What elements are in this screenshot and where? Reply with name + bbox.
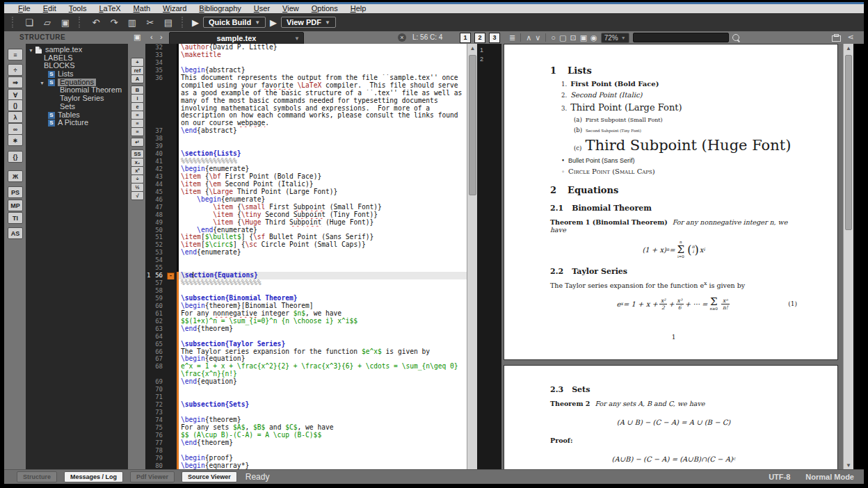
- editor-line-wrap[interactable]: many of the most basic commands needed f…: [145, 97, 467, 105]
- toggle-messages-log[interactable]: Messages / Log: [64, 471, 123, 482]
- editor-line-67[interactable]: 67\begin{equation}: [145, 355, 467, 363]
- view-pdf-button[interactable]: View PDF ▼: [281, 17, 336, 28]
- menu-math[interactable]: Math: [134, 4, 150, 13]
- save-icon[interactable]: ▣: [58, 15, 72, 29]
- editor-line-55[interactable]: 55: [145, 264, 467, 272]
- editor-line-52[interactable]: 52\item[$\circ$] {\sc Circle Point (Smal…: [145, 241, 467, 249]
- editor-line-60[interactable]: 60\begin{theorem}[Binomial Theorem]: [145, 302, 467, 310]
- close-document-icon[interactable]: ×: [398, 33, 406, 42]
- original-size-icon[interactable]: ○: [551, 33, 556, 42]
- editor-line-53[interactable]: 53\end{enumerate}: [145, 249, 467, 257]
- editor-line-58[interactable]: 58: [145, 287, 467, 295]
- pdf-search-input[interactable]: [633, 33, 729, 42]
- open-folder-icon[interactable]: ▱: [40, 15, 54, 29]
- editor-line-69[interactable]: 69\end{equation}: [145, 378, 467, 386]
- editor-line-41[interactable]: 41%%%%%%%%%%%%%%: [145, 158, 467, 165]
- redo-icon[interactable]: ↷: [107, 15, 121, 29]
- editor-line-74[interactable]: 74\begin{theorem}: [145, 416, 467, 424]
- structure-item-blocks[interactable]: BLOCKS: [26, 62, 128, 70]
- editor-line-72[interactable]: 72\subsection{Sets}: [145, 401, 467, 409]
- menu-bibliography[interactable]: Bibliography: [199, 4, 241, 13]
- pdf-scrollbar-thumb[interactable]: [845, 55, 852, 230]
- toggle-source-viewer[interactable]: Source Viewer: [182, 471, 237, 482]
- as-symbols-icon[interactable]: AS: [8, 227, 23, 239]
- page-layout-button-2[interactable]: 2: [474, 33, 485, 43]
- editor-line-44[interactable]: 44\item {\em Second Point (Italic)}: [145, 181, 467, 188]
- detach-editor-icon[interactable]: ▣: [134, 33, 140, 42]
- scroll-down-icon[interactable]: ∨: [535, 33, 540, 42]
- editor-line-33[interactable]: 33\maketitle: [145, 51, 467, 59]
- editor-line-32[interactable]: 32\author{David P. Little}: [145, 44, 467, 51]
- document-tab-selector[interactable]: sample.tex ▼: [169, 32, 304, 44]
- newline-icon[interactable]: ↵: [131, 138, 144, 147]
- editor-line-77[interactable]: 77\end{theorem}: [145, 439, 467, 447]
- build-play-icon[interactable]: ▶: [192, 17, 199, 28]
- mp-symbols-icon[interactable]: MP: [8, 200, 23, 211]
- editor-line-wrap[interactable]: \frac{x^n}{n!}: [145, 371, 467, 378]
- braces-icon[interactable]: {}: [8, 151, 23, 163]
- menu-file[interactable]: File: [18, 4, 31, 13]
- editor-line-39[interactable]: 39: [145, 143, 467, 150]
- menu-user[interactable]: User: [254, 4, 270, 13]
- toggle-pdf-viewer[interactable]: Pdf Viewer: [130, 471, 175, 482]
- editor-line-63[interactable]: 63\end{theorem}: [145, 325, 467, 333]
- editor-line-59[interactable]: 59\subsection{Binomial Theorem}: [145, 295, 467, 302]
- scroll-up-icon[interactable]: ∧: [526, 33, 531, 42]
- editor-line-34[interactable]: 34: [145, 59, 467, 67]
- editor-line-54[interactable]: 54: [145, 257, 467, 264]
- encoding-indicator[interactable]: UTF-8: [769, 473, 790, 481]
- editor-line-76[interactable]: 76$$ (A\cup B)-(C-A) = A \cup (B-C)$$: [145, 432, 467, 439]
- search-icon[interactable]: [732, 34, 739, 41]
- cut-icon[interactable]: ✂: [143, 15, 157, 29]
- undo-icon[interactable]: ↶: [89, 15, 103, 29]
- structure-item-sets[interactable]: Sets: [26, 103, 128, 111]
- editor-line-61[interactable]: 61For any nonnegative integer $n$, we ha…: [145, 310, 467, 318]
- new-document-icon[interactable]: ❏: [22, 15, 36, 29]
- fit-width-icon[interactable]: ▢: [559, 33, 566, 42]
- editor-line-71[interactable]: 71: [145, 393, 467, 401]
- editor-line-46[interactable]: 46 \begin{enumerate}: [145, 196, 467, 204]
- relation-symbols-icon[interactable]: ≡: [8, 49, 23, 60]
- menu-options[interactable]: Options: [312, 4, 338, 13]
- prev-document-icon[interactable]: ‹: [150, 33, 153, 41]
- structure-item-labels[interactable]: LABELS: [26, 54, 128, 63]
- editor-line-68[interactable]: 68e^x = 1 + x + \frac{x^2}{2} + \frac{x^…: [145, 363, 467, 371]
- editor-line-62[interactable]: 62$$(1+x)^n = \sum_{i=0}^n {n \choose i}…: [145, 318, 467, 325]
- editor-line-51[interactable]: 51\item[$\bullet$] {\sf Bullet Point (Sa…: [145, 234, 467, 241]
- misc-math-icon[interactable]: ∞: [8, 123, 23, 135]
- editor-line-78[interactable]: 78: [145, 447, 467, 455]
- structure-item-a-picture[interactable]: SA Picture: [26, 119, 128, 127]
- paste-icon[interactable]: ▤: [161, 15, 175, 29]
- pdf-preview[interactable]: 1Lists1.First Point (Bold Face)2.Second …: [501, 44, 843, 470]
- editor-line-57[interactable]: 57%%%%%%%%%%%%%%%%%%%%: [145, 279, 467, 287]
- special-symbols-icon[interactable]: Ж: [8, 170, 23, 182]
- scroll-up-arrow-icon[interactable]: ▲: [844, 44, 853, 53]
- page-layout-button-1[interactable]: 1: [460, 33, 471, 43]
- menu-wizard[interactable]: Wizard: [163, 4, 186, 13]
- structure-item-taylor-series[interactable]: Taylor Series: [26, 95, 128, 103]
- menu-latex[interactable]: LaTeX: [99, 4, 120, 13]
- arrows-icon[interactable]: ⇒: [8, 76, 23, 88]
- delimiters-icon[interactable]: (): [8, 99, 23, 111]
- print-icon[interactable]: [832, 35, 841, 42]
- editor-line-wrap[interactable]: as a good example of the basic structure…: [145, 90, 467, 97]
- ps-symbols-icon[interactable]: PS: [8, 186, 23, 198]
- pdf-strip-page-2[interactable]: 2: [480, 55, 501, 64]
- editor-line-79[interactable]: 79\begin{proof}: [145, 455, 467, 462]
- editor-line-47[interactable]: 47 \item {\small First Subpoint (Small F…: [145, 204, 467, 211]
- mode-indicator[interactable]: Normal Mode: [805, 473, 854, 481]
- fit-page-icon[interactable]: ⊡: [570, 33, 576, 42]
- quick-build-button[interactable]: Quick Build ▼: [203, 17, 266, 28]
- source-editor[interactable]: 32\author{David P. Little}33\maketitle34…: [145, 44, 467, 470]
- editor-line-64[interactable]: 64: [145, 333, 467, 341]
- external-viewer-icon[interactable]: ⋖: [848, 33, 854, 42]
- editor-line-40[interactable]: 40\section{Lists}: [145, 150, 467, 158]
- editor-line-48[interactable]: 48 \item {\tiny Second Subpoint (Tiny Fo…: [145, 211, 467, 219]
- editor-line-38[interactable]: 38: [145, 135, 467, 143]
- editor-line-56[interactable]: 561-\section{Equations}: [145, 272, 467, 279]
- editor-line-36[interactable]: 36This document represents the output fr…: [145, 74, 467, 82]
- square-root-icon[interactable]: √: [131, 191, 144, 200]
- menu-view[interactable]: View: [282, 4, 299, 13]
- editor-line-45[interactable]: 45\item {\Large Third Point (Large Font)…: [145, 188, 467, 196]
- editor-line-75[interactable]: 75For any sets $A$, $B$ and $C$, we have: [145, 424, 467, 432]
